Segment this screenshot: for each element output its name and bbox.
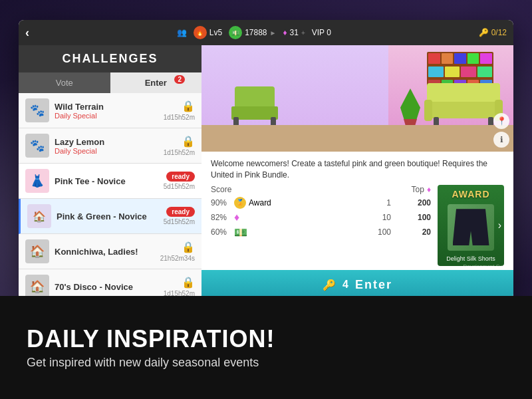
back-button[interactable]: ‹ (25, 26, 29, 40)
score-top-num-award: 1 (371, 198, 391, 207)
tab-enter-badge: 2 (174, 75, 185, 84)
challenge-thumb-70s-disco: 🏠 (25, 275, 49, 299)
challenge-name-pink-tee-novice: Pink Tee - Novice (55, 176, 158, 186)
challenge-name-wild-terrain: Wild Terrain (55, 102, 158, 112)
level-icon: 🔥 (194, 26, 207, 39)
challenge-info-70s-disco: 70's Disco - Novice (55, 282, 158, 292)
challenges-header: CHALLENGES (19, 45, 201, 72)
location-button[interactable]: 📍 (493, 113, 509, 129)
score-row-cash: 60% 💵 100 20 (211, 226, 431, 239)
room-sofa (427, 83, 500, 126)
room-chair (228, 86, 281, 126)
time-wild-terrain: 1d15h52m (164, 114, 195, 121)
left-panel: CHALLENGES Vote Enter 2 🐾 Wild Terrain D… (19, 45, 201, 299)
challenge-item-70s-disco[interactable]: 🏠 70's Disco - Novice 🔒 1d15h52m (19, 269, 201, 299)
score-reward-gem: 100 (404, 213, 431, 222)
score-top-val-award: 1 200 (371, 198, 431, 207)
score-icon-award: 🏅 Award (234, 197, 371, 209)
challenge-sub-wild-terrain: Daily Special (55, 112, 158, 120)
award-title: AWARD (452, 189, 489, 200)
tab-vote[interactable]: Vote (19, 72, 110, 93)
time-konnichiwa: 21h52m34s (160, 255, 195, 262)
key-value: 0/12 (491, 28, 507, 37)
bottom-title: DAILY INSPIRATION! (27, 325, 505, 353)
vip-value: VIP 0 (312, 28, 331, 37)
cash-value: 17888 (245, 28, 267, 37)
enter-bar[interactable]: 🔑 4 Enter (201, 270, 513, 299)
key-counter: 🔑 0/12 (479, 28, 507, 37)
challenge-name-lazy-lemon: Lazy Lemon (55, 137, 158, 147)
cash-score-icon: 💵 (234, 226, 247, 239)
challenge-item-pink-green-novice[interactable]: 🏠 Pink & Green - Novice ready 5d15h52m (19, 199, 201, 234)
challenges-title: CHALLENGES (62, 52, 158, 65)
level-value: Lv5 (209, 28, 222, 37)
challenge-right-lazy-lemon: 🔒 1d15h52m (164, 135, 195, 156)
time-pink-tee-novice: 5d15h52m (164, 183, 195, 190)
challenge-right-70s-disco: 🔒 1d15h52m (164, 276, 195, 297)
challenge-item-konnichiwa[interactable]: 🏠 Konnichiwa, Ladies! 🔒 21h52m34s (19, 234, 201, 269)
score-reward-award: 200 (404, 198, 431, 207)
challenge-item-wild-terrain[interactable]: 🐾 Wild Terrain Daily Special 🔒 1d15h52m (19, 93, 201, 128)
challenge-info-pink-green-novice: Pink & Green - Novice (57, 211, 158, 221)
score-reward-cash: 20 (404, 227, 431, 237)
score-area: Score Top ♦ 90% 🏅 Award 1 200 (201, 185, 513, 270)
ready-badge-pink-green-novice: ready (166, 207, 195, 217)
tab-enter-label: Enter (145, 78, 167, 88)
score-icon-cash: 💵 (234, 226, 371, 239)
medal-gold-icon: 🏅 (234, 197, 246, 209)
gem-score-icon: ♦ (234, 211, 239, 223)
score-pct-gem: 82% (211, 213, 234, 222)
room-preview: 📍 ℹ (201, 45, 513, 152)
enter-key-cost: 4 (342, 279, 348, 291)
gem-arrow: + (301, 29, 305, 37)
challenge-list: 🐾 Wild Terrain Daily Special 🔒 1d15h52m … (19, 93, 201, 299)
score-row-award: 90% 🏅 Award 1 200 (211, 197, 431, 209)
challenge-info-wild-terrain: Wild Terrain Daily Special (55, 102, 158, 120)
top-bar: ‹ 👥 🔥 Lv5 💵 17888 ► ♦ 31 + VIP 0 (19, 20, 513, 45)
friends-icon: 👥 (177, 28, 187, 37)
dev-watermark: Development Suite (463, 263, 508, 269)
award-panel: AWARD Delight Silk Shorts › (438, 185, 504, 266)
challenge-info-lazy-lemon: Lazy Lemon Daily Special (55, 137, 158, 155)
challenge-sub-lazy-lemon: Daily Special (55, 147, 158, 155)
score-table-header: Score Top ♦ (211, 185, 431, 194)
time-pink-green-novice: 5d15h52m (164, 218, 195, 225)
gem-stat: ♦ 31 + (283, 28, 305, 37)
challenge-thumb-konnichiwa: 🏠 (25, 239, 49, 263)
challenge-right-pink-green-novice: ready 5d15h52m (164, 207, 195, 225)
enter-key-icon: 🔑 (323, 279, 336, 291)
score-top-num-cash: 100 (371, 227, 391, 237)
challenge-thumb-pink-green-novice: 🏠 (27, 204, 51, 228)
gem-value: 31 (290, 28, 299, 37)
cash-arrow: ► (270, 29, 277, 37)
room-overlay-icons: 📍 ℹ (493, 113, 509, 148)
bottom-subtitle: Get inspired with new daily seasonal eve… (27, 356, 505, 370)
cash-stat: 💵 17888 ► (229, 26, 276, 39)
score-col-header: Score (211, 185, 231, 194)
top-bar-right: 🔑 0/12 (479, 28, 507, 37)
challenge-item-lazy-lemon[interactable]: 🐾 Lazy Lemon Daily Special 🔒 1d15h52m (19, 128, 201, 164)
lock-icon-konnichiwa: 🔒 (182, 241, 195, 253)
description-area: Welcome newcomers! Create a tasteful pin… (201, 152, 513, 185)
score-icon-gem: ♦ (234, 211, 371, 223)
challenge-info-pink-tee-novice: Pink Tee - Novice (55, 176, 158, 186)
challenge-right-wild-terrain: 🔒 1d15h52m (164, 100, 195, 121)
challenge-item-pink-tee-novice[interactable]: 👗 Pink Tee - Novice ready 5d15h52m (19, 164, 201, 199)
tab-enter[interactable]: Enter 2 (110, 72, 202, 93)
challenge-info-konnichiwa: Konnichiwa, Ladies! (55, 247, 155, 257)
challenge-thumb-wild-terrain: 🐾 (25, 98, 49, 122)
vip-stat: VIP 0 (312, 28, 331, 37)
ready-badge-pink-tee-novice: ready (166, 172, 195, 182)
award-chevron-icon[interactable]: › (498, 219, 501, 231)
score-top-num-gem: 10 (371, 213, 391, 222)
gem-icon: ♦ (283, 28, 287, 37)
score-top-val-gem: 10 100 (371, 213, 431, 222)
info-button[interactable]: ℹ (493, 132, 509, 148)
score-pct-award: 90% (211, 198, 234, 207)
challenge-name-70s-disco: 70's Disco - Novice (55, 282, 158, 292)
challenge-thumb-pink-tee-novice: 👗 (25, 169, 49, 193)
top-label: Top (412, 185, 424, 194)
level-stat: 🔥 Lv5 (194, 26, 222, 39)
challenge-right-pink-tee-novice: ready 5d15h52m (164, 172, 195, 190)
app-frame: ‹ 👥 🔥 Lv5 💵 17888 ► ♦ 31 + VIP 0 (19, 20, 513, 299)
